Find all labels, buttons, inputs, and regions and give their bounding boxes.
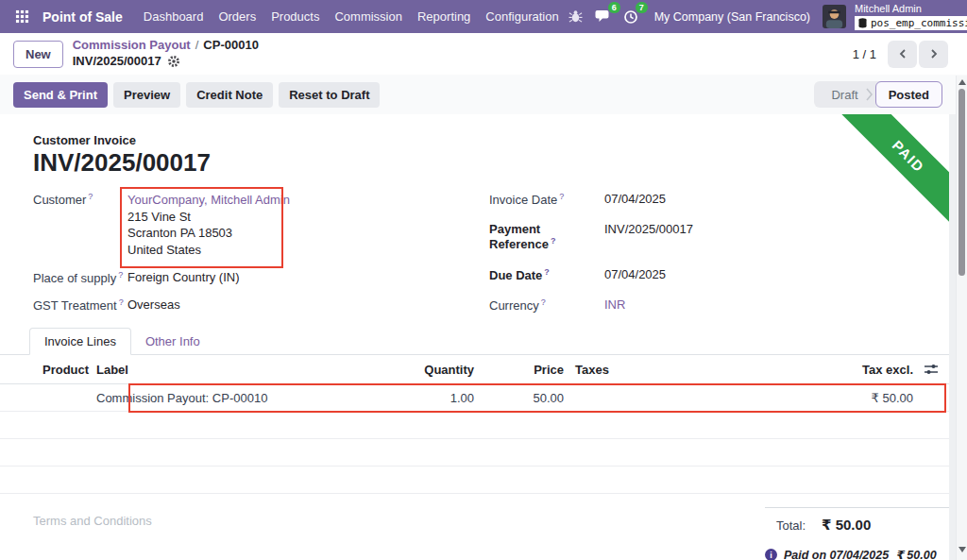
help-icon: ? [118,270,123,280]
menu-orders[interactable]: Orders [211,5,263,28]
status-draft[interactable]: Draft [823,88,865,102]
tab-invoice-lines[interactable]: Invoice Lines [29,328,131,355]
optional-columns-icon[interactable] [913,364,949,375]
field-currency: Currency? INR [489,297,801,313]
chat-bubble-icon [595,9,611,24]
menu-reporting[interactable]: Reporting [410,5,478,28]
scrollbar-down-arrow-icon[interactable] [959,547,966,552]
breadcrumb: Commission Payout / CP-00010 INV/2025/00… [73,38,259,70]
customer-label: Customer? [33,192,127,258]
place-of-supply-label: Place of supply? [33,270,127,285]
invoice-number: INV/2025/00017 [33,148,211,178]
help-icon: ? [88,192,93,201]
company-switcher[interactable]: My Company (San Francisco) [654,10,810,24]
new-button[interactable]: New [13,41,63,68]
field-payment-reference: Payment Reference? INV/2025/00017 [489,222,801,251]
payment-reference-value[interactable]: INV/2025/00017 [604,222,693,251]
field-customer: Customer? YourCompany, Mitchell Admin 21… [33,192,439,258]
invoice-line-row[interactable]: Commission Payout: CP-00010 1.00 50.00 ₹… [0,384,949,412]
menu-configuration[interactable]: Configuration [478,5,566,28]
customer-address-line: United States [127,242,290,259]
database-icon [858,18,867,28]
breadcrumb-separator: / [195,38,199,54]
gear-icon[interactable] [167,55,180,68]
top-navbar: Point of Sale Dashboard Orders Products … [0,0,967,33]
paid-amount: ₹ 50.00 [895,548,936,560]
total-value: ₹ 50.00 [822,517,871,534]
terms-and-conditions-placeholder[interactable]: Terms and Conditions [33,514,152,528]
empty-row [0,467,949,494]
column-taxes[interactable]: Taxes [564,363,809,377]
customer-value: YourCompany, Mitchell Admin 215 Vine St … [127,192,290,258]
pager-next-button[interactable] [919,41,948,68]
column-price[interactable]: Price [474,363,564,377]
vertical-scrollbar[interactable] [956,76,967,560]
nav-left: Point of Sale Dashboard Orders Products … [9,5,567,28]
invoice-date-value[interactable]: 07/04/2025 [604,192,666,207]
reset-to-draft-button[interactable]: Reset to Draft [279,82,380,108]
column-tax-excl[interactable]: Tax excl. [809,363,913,377]
user-name: Mitchell Admin [855,4,922,14]
invoice-lines-table: Product Label Quantity Price Taxes Tax e… [0,355,949,494]
user-menu[interactable]: Mitchell Admin pos_emp_commission [855,4,967,30]
preview-button[interactable]: Preview [113,82,180,108]
chevron-left-icon [898,48,908,59]
scrollbar-thumb[interactable] [959,89,965,276]
pager-previous-button[interactable] [888,41,917,68]
gst-treatment-value[interactable]: Overseas [127,297,180,313]
user-avatar[interactable] [823,5,846,28]
database-name: pos_emp_commission [871,18,967,28]
fields-right-column: Invoice Date? 07/04/2025 Payment Referen… [489,192,801,328]
statusbar: Draft Posted [814,81,942,108]
pager-counter: 1 / 1 [853,47,876,61]
column-product[interactable]: Product [0,363,96,377]
cell-quantity: 1.00 [399,391,474,405]
document-type-label: Customer Invoice [33,133,136,147]
help-icon: ? [544,267,550,277]
record-pager: 1 / 1 [853,41,948,68]
apps-grid-icon[interactable] [9,6,35,27]
app-name[interactable]: Point of Sale [42,9,123,25]
messages-icon[interactable]: 6 [593,8,613,25]
menu-commission[interactable]: Commission [327,5,410,28]
table-header-row: Product Label Quantity Price Taxes Tax e… [0,355,949,384]
menu-dashboard[interactable]: Dashboard [136,5,212,28]
scrollbar-up-arrow-icon[interactable] [959,79,966,85]
invoice-sheet: PAID Customer Invoice INV/2025/00017 Cus… [0,114,949,560]
customer-name-link[interactable]: YourCompany, Mitchell Admin [127,192,290,209]
tab-other-info[interactable]: Other Info [131,329,214,354]
field-gst-treatment: GST Treatment? Overseas [33,297,439,313]
nav-right: 6 7 My Company (San Francisco) Mit [567,4,967,30]
payment-reference-label: Payment Reference? [489,222,604,251]
fields-left-column: Customer? YourCompany, Mitchell Admin 21… [33,192,439,326]
total-label: Total: [776,518,806,533]
empty-row [0,439,949,467]
place-of-supply-value[interactable]: Foreign Country (IN) [127,270,239,285]
status-posted[interactable]: Posted [875,81,942,108]
credit-note-button[interactable]: Credit Note [186,82,273,108]
debug-bug-icon[interactable] [567,8,585,25]
breadcrumb-record-ref[interactable]: CP-00010 [203,38,259,54]
activities-icon[interactable]: 7 [621,8,640,26]
currency-value-link[interactable]: INR [604,297,625,313]
column-quantity[interactable]: Quantity [399,363,474,377]
due-date-value[interactable]: 07/04/2025 [604,267,666,282]
menu-products[interactable]: Products [263,5,327,28]
gst-treatment-label: GST Treatment? [33,297,127,313]
payment-info-row[interactable]: i Paid on 07/04/2025 ₹ 50.00 [765,548,949,560]
field-place-of-supply: Place of supply? Foreign Country (IN) [33,270,439,285]
due-date-label: Due Date? [489,267,604,282]
cell-price: 50.00 [474,391,564,405]
totals-block: Total: ₹ 50.00 i Paid on 07/04/2025 ₹ 50… [765,507,949,560]
column-label[interactable]: Label [96,363,399,377]
send-print-button[interactable]: Send & Print [13,82,108,108]
help-icon: ? [541,297,546,307]
breadcrumb-parent-link[interactable]: Commission Payout [73,38,191,54]
paid-ribbon: PAID [840,114,949,226]
invoice-date-label: Invoice Date? [489,192,604,207]
paid-ribbon-wrap: PAID [831,114,949,232]
breadcrumb-current: INV/2025/00017 [73,54,161,70]
paid-on-text: Paid on 07/04/2025 [784,549,889,560]
field-invoice-date: Invoice Date? 07/04/2025 [489,192,801,207]
notebook-tabs: Invoice Lines Other Info [0,329,949,355]
